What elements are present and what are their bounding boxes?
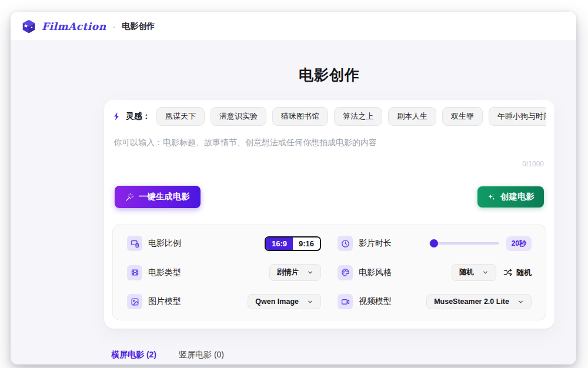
style-random-button[interactable]: 随机	[503, 267, 532, 278]
tab-portrait-movies[interactable]: 竖屏电影 (0)	[172, 344, 231, 364]
aspect-ratio-toggle: 16:9 9:16	[265, 236, 321, 251]
style-random-label: 随机	[516, 267, 532, 278]
aspect-option-16-9[interactable]: 16:9	[266, 237, 293, 250]
video-model-setting: 视频模型 MuseSteamer 2.0 Lite	[338, 293, 532, 310]
char-counter: 0/1000	[112, 160, 546, 168]
style-value: 随机	[459, 267, 474, 277]
results-tabs-bar: 横屏电影 (2) 竖屏电影 (0)	[11, 344, 576, 364]
inspiration-chip[interactable]: 剧本人生	[388, 107, 436, 126]
duration-label: 影片时长	[359, 238, 392, 249]
duration-setting: 影片时长 20秒	[338, 235, 532, 252]
movie-prompt-input[interactable]	[112, 136, 546, 160]
shuffle-icon	[503, 268, 512, 277]
style-label: 电影风格	[359, 267, 392, 278]
inspiration-chip[interactable]: 潜意识实验	[211, 107, 266, 126]
chevron-down-icon	[307, 269, 313, 276]
svg-text:0: 0	[136, 244, 138, 247]
create-movie-button[interactable]: 创建电影	[477, 186, 544, 208]
inspiration-label: 灵感：	[126, 111, 151, 122]
lightning-bolt-icon	[112, 112, 122, 121]
one-click-generate-button[interactable]: 一键生成电影	[115, 186, 201, 208]
genre-label: 电影类型	[148, 267, 181, 278]
brand-logo[interactable]: FilmAction	[21, 19, 106, 34]
inspiration-label-group: 灵感：	[112, 111, 151, 122]
image-model-label: 图片模型	[148, 296, 181, 307]
inspiration-chip[interactable]: 凰谋天下	[156, 107, 205, 126]
cube-logo-icon	[21, 19, 36, 34]
video-model-select[interactable]: MuseSteamer 2.0 Lite	[426, 294, 532, 309]
video-model-label: 视频模型	[359, 296, 392, 307]
film-icon	[127, 265, 142, 280]
chevron-down-icon	[307, 299, 313, 305]
sparkles-icon	[487, 193, 496, 202]
duration-value-badge: 20秒	[506, 236, 532, 251]
screen-ratio-icon: 0	[127, 236, 142, 251]
aspect-option-9-16[interactable]: 9:16	[293, 237, 320, 250]
top-header: FilmAction · 电影创作	[11, 12, 576, 41]
generate-button-label: 一键生成电影	[139, 192, 190, 202]
image-model-select[interactable]: Qwen Image	[248, 294, 321, 309]
aspect-ratio-setting: 0 电影比例 16:9 9:16	[127, 235, 321, 252]
inspiration-chip[interactable]: 午睡小狗与时间站台	[489, 107, 546, 126]
image-model-value: Qwen Image	[255, 297, 299, 306]
magic-wand-icon	[125, 193, 134, 202]
action-buttons-row: 一键生成电影 创建电影	[112, 186, 546, 208]
chevron-down-icon	[482, 269, 489, 276]
app-window: FilmAction · 电影创作 电影创作 灵感： 凰谋天下 潜意识实验 猫咪…	[11, 12, 576, 364]
video-model-value: MuseSteamer 2.0 Lite	[434, 297, 509, 306]
inspiration-chip[interactable]: 算法之上	[334, 107, 382, 126]
header-app-title: 电影创作	[122, 21, 155, 32]
brand-name: FilmAction	[42, 21, 106, 32]
slider-thumb[interactable]	[430, 239, 438, 247]
genre-setting: 电影类型 剧情片	[127, 264, 321, 281]
duration-slider[interactable]	[429, 239, 499, 247]
genre-value: 剧情片	[277, 267, 299, 277]
creation-card: 灵感： 凰谋天下 潜意识实验 猫咪图书馆 算法之上 剧本人生 双生罪 午睡小狗与…	[104, 100, 554, 329]
clock-icon	[338, 236, 353, 251]
create-button-label: 创建电影	[500, 192, 534, 202]
image-model-setting: 图片模型 Qwen Image	[127, 293, 321, 310]
inspiration-row: 灵感： 凰谋天下 潜意识实验 猫咪图书馆 算法之上 剧本人生 双生罪 午睡小狗与…	[112, 107, 546, 126]
video-camera-icon	[338, 294, 353, 309]
palette-icon	[338, 265, 353, 280]
tab-landscape-movies[interactable]: 横屏电影 (2)	[104, 344, 163, 364]
aspect-ratio-label: 电影比例	[148, 238, 181, 249]
style-select[interactable]: 随机	[452, 264, 496, 281]
chevron-down-icon	[517, 299, 524, 305]
genre-select[interactable]: 剧情片	[269, 264, 322, 281]
image-icon	[127, 294, 142, 309]
style-setting: 电影风格 随机 随机	[338, 264, 532, 281]
settings-panel: 0 电影比例 16:9 9:16	[112, 225, 546, 320]
inspiration-chip[interactable]: 双生罪	[442, 107, 483, 126]
inspiration-chip[interactable]: 猫咪图书馆	[272, 107, 328, 126]
page-title: 电影创作	[104, 65, 554, 85]
header-separator: ·	[113, 22, 116, 31]
